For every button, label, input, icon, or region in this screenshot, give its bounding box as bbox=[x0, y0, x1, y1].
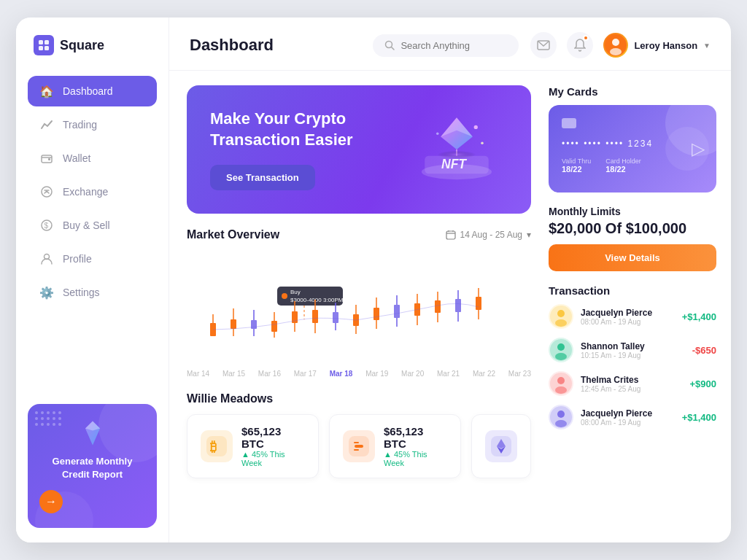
svg-point-17 bbox=[610, 48, 622, 55]
card-holder: Card Holder 18/22 bbox=[605, 158, 641, 174]
search-icon bbox=[384, 40, 395, 50]
sidebar-item-dashboard[interactable]: 🏠 Dashboard bbox=[28, 76, 157, 106]
promo-card-text: Generate Monthly Credit Report bbox=[39, 455, 145, 481]
exchange-icon bbox=[39, 184, 54, 199]
hero-title: Make Your Crypto Transaction Easier bbox=[210, 109, 353, 150]
svg-rect-66 bbox=[394, 305, 400, 318]
promo-card: Generate Monthly Credit Report → bbox=[28, 404, 157, 528]
header-icons: Leroy Hanson ▼ bbox=[530, 32, 711, 58]
center-panel: Make Your Crypto Transaction Easier See … bbox=[169, 71, 549, 542]
sidebar-item-label: Wallet bbox=[63, 152, 90, 164]
tx-amount: +$1,400 bbox=[682, 412, 716, 423]
chart-label: Mar 20 bbox=[401, 370, 424, 378]
crypto-card-dash[interactable]: $65,123 BTC 45% This Week bbox=[329, 414, 461, 478]
transaction-list: Jacquelyn Pierce 08:00 Am - 19 Aug +$1,4… bbox=[549, 304, 716, 429]
crypto-owner: Willie Meadows bbox=[187, 392, 531, 405]
page-title: Dashboard bbox=[190, 36, 361, 55]
sidebar: Square 🏠 Dashboard Trading bbox=[16, 18, 169, 542]
svg-rect-78 bbox=[476, 297, 481, 310]
sidebar-item-label: Exchange bbox=[63, 186, 108, 198]
transaction-item: Jacquelyn Pierce 08:00 Am - 19 Aug +$1,4… bbox=[549, 304, 716, 329]
tx-info: Jacquelyn Pierce 08:00 Am - 19 Aug bbox=[581, 308, 675, 326]
promo-card-arrow[interactable]: → bbox=[39, 490, 63, 513]
svg-rect-75 bbox=[455, 299, 461, 312]
eth-icon bbox=[485, 430, 517, 462]
buysell-icon: $ bbox=[39, 218, 54, 233]
monthly-limits-section: Monthly Limits $20,000 Of $100,000 View … bbox=[549, 206, 716, 271]
sidebar-item-exchange[interactable]: Exchange bbox=[28, 176, 157, 207]
card-dots bbox=[35, 411, 61, 426]
dash-icon bbox=[343, 430, 375, 462]
chart-x-labels: Mar 14 Mar 15 Mar 16 Mar 17 Mar 18 Mar 1… bbox=[187, 370, 531, 378]
search-bar[interactable] bbox=[373, 34, 519, 57]
user-menu[interactable]: Leroy Hanson ▼ bbox=[603, 33, 711, 58]
svg-point-27 bbox=[481, 142, 484, 145]
hero-text: Make Your Crypto Transaction Easier See … bbox=[210, 109, 353, 190]
mail-button[interactable] bbox=[530, 32, 557, 58]
date-range-text: 14 Aug - 25 Aug bbox=[460, 230, 522, 240]
card-chip bbox=[562, 118, 576, 128]
crypto-card-btc[interactable]: ₿ $65,123 BTC 45% This Week bbox=[187, 414, 319, 478]
transactions-title: Transaction bbox=[549, 284, 716, 297]
tx-name: Jacquelyn Pierce bbox=[581, 308, 675, 318]
svg-point-96 bbox=[557, 411, 565, 418]
my-cards-section: My Cards •••• •••• •••• 1234 Valid Thru … bbox=[549, 85, 716, 192]
wallet-icon bbox=[39, 151, 54, 166]
search-input[interactable] bbox=[400, 40, 503, 51]
svg-text:₿: ₿ bbox=[210, 440, 217, 454]
tx-date: 08:00 Am - 19 Aug bbox=[581, 419, 675, 427]
user-name: Leroy Hanson bbox=[634, 40, 697, 51]
svg-rect-57 bbox=[333, 312, 338, 323]
svg-rect-54 bbox=[312, 310, 318, 323]
sidebar-item-settings[interactable]: ⚙️ Settings bbox=[28, 277, 157, 308]
avatar bbox=[603, 33, 628, 58]
chart-label: Mar 22 bbox=[473, 370, 495, 378]
chart-label: Mar 23 bbox=[508, 370, 531, 378]
tx-date: 08:00 Am - 19 Aug bbox=[581, 318, 675, 326]
transaction-item: Jacquelyn Pierce 08:00 Am - 19 Aug +$1,4… bbox=[549, 405, 716, 429]
date-range-picker[interactable]: 14 Aug - 25 Aug ▾ bbox=[446, 230, 531, 240]
chart-svg: Buy $3000-4000 3:00PM bbox=[187, 250, 531, 367]
crypto-cards-list: ₿ $65,123 BTC 45% This Week bbox=[187, 414, 531, 478]
trading-icon bbox=[39, 117, 54, 132]
nav-menu: 🏠 Dashboard Trading bbox=[28, 76, 157, 392]
chevron-down-icon: ▾ bbox=[527, 230, 531, 240]
btc-amount: $65,123 BTC bbox=[241, 425, 305, 450]
limits-amount: $20,000 Of $100,000 bbox=[549, 220, 716, 237]
notification-button[interactable] bbox=[567, 32, 593, 58]
notification-badge bbox=[583, 35, 589, 41]
sidebar-item-trading[interactable]: Trading bbox=[28, 109, 157, 140]
svg-rect-48 bbox=[271, 321, 277, 332]
svg-rect-1 bbox=[44, 40, 49, 44]
market-header: Market Overview 14 Aug - 25 Aug ▾ bbox=[187, 228, 531, 241]
sidebar-item-buysell[interactable]: $ Buy & Sell bbox=[28, 210, 157, 241]
settings-icon: ⚙️ bbox=[39, 285, 54, 300]
svg-rect-5 bbox=[48, 158, 50, 160]
svg-rect-3 bbox=[44, 46, 49, 50]
svg-rect-0 bbox=[39, 40, 43, 44]
sidebar-item-profile[interactable]: Profile bbox=[28, 244, 157, 274]
header: Dashboard bbox=[169, 18, 731, 71]
see-transaction-button[interactable]: See Transaction bbox=[210, 165, 315, 190]
chart-label-active: Mar 18 bbox=[330, 370, 353, 378]
sidebar-item-label: Profile bbox=[63, 253, 92, 265]
svg-point-94 bbox=[555, 386, 567, 394]
candlestick-chart: Buy $3000-4000 3:00PM bbox=[187, 250, 531, 367]
view-details-button[interactable]: View Details bbox=[549, 244, 716, 271]
tx-avatar bbox=[549, 338, 573, 362]
chart-label: Mar 16 bbox=[258, 370, 281, 378]
calendar-icon bbox=[446, 230, 456, 240]
tx-info: Shannon Talley 10:15 Am - 19 Aug bbox=[581, 341, 685, 359]
logo: Square bbox=[28, 35, 157, 55]
limits-title: Monthly Limits bbox=[549, 206, 716, 217]
chevron-down-icon: ▼ bbox=[703, 42, 711, 50]
crypto-card-eth[interactable] bbox=[471, 414, 531, 478]
crypto-section: Willie Meadows ₿ $65,123 BTC bbox=[187, 392, 531, 478]
svg-rect-2 bbox=[39, 46, 43, 50]
gem-icon bbox=[78, 419, 107, 448]
svg-point-26 bbox=[436, 132, 439, 135]
logo-icon bbox=[34, 35, 54, 55]
sidebar-item-label: Trading bbox=[63, 119, 97, 131]
tx-date: 10:15 Am - 19 Aug bbox=[581, 351, 685, 359]
sidebar-item-wallet[interactable]: Wallet bbox=[28, 143, 157, 174]
